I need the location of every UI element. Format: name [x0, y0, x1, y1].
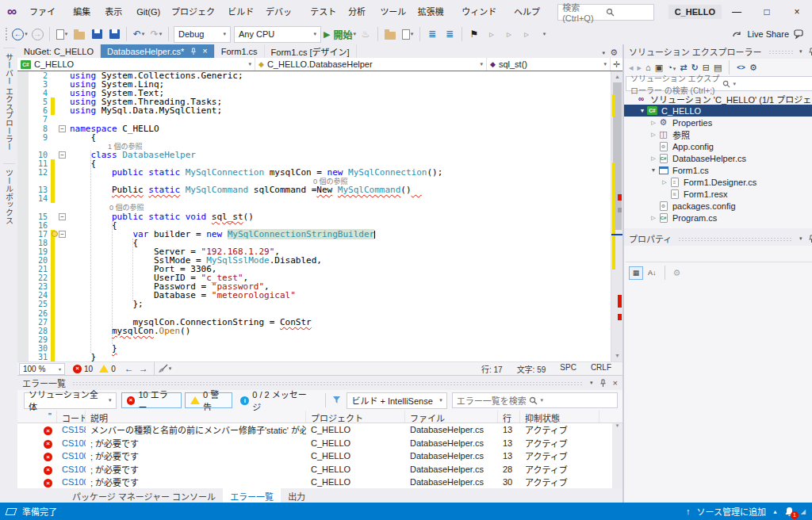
fold-margin[interactable]	[55, 142, 70, 151]
solution-tree-item[interactable]: ▷◫参照	[624, 128, 812, 140]
indicator-margin[interactable]	[17, 309, 29, 318]
solution-tree-item[interactable]: ≋Form1.resx	[624, 188, 812, 200]
indicator-margin[interactable]	[17, 239, 29, 247]
fold-margin[interactable]	[55, 265, 70, 273]
fold-margin[interactable]	[55, 291, 70, 300]
prev-issue-arrow-icon[interactable]: ←	[124, 363, 134, 374]
column-header[interactable]: 抑制状態	[520, 411, 599, 422]
indicator-margin[interactable]	[17, 256, 29, 265]
menu-item[interactable]: テスト(S)	[304, 3, 343, 21]
error-list-scrollbar[interactable]: ▼	[612, 423, 622, 488]
code-line[interactable]: 10− class DatabaseHelper	[17, 151, 611, 159]
editor-tab[interactable]: Form1.cs	[215, 44, 265, 58]
solution-tree-item[interactable]: ∞ソリューション 'C_HELLO' (1/1 プロジェクト)	[624, 93, 812, 105]
code-line[interactable]: 30 }	[17, 344, 611, 353]
code-line[interactable]: 28 mysqlCon.Open()	[17, 327, 611, 335]
indicator-margin[interactable]	[17, 291, 29, 300]
save-button[interactable]	[89, 26, 105, 42]
error-list-search-box[interactable]: エラー一覧を検索 ▾	[452, 392, 618, 408]
toolbar-grip[interactable]	[6, 28, 9, 40]
menu-item[interactable]: ヘルプ(H)	[508, 3, 546, 21]
member-dropdown[interactable]: ◆ sql_st()▾	[487, 58, 611, 71]
editor-vertical-scrollbar[interactable]: ▲ ▼	[611, 71, 622, 361]
indicator-margin[interactable]	[17, 353, 29, 361]
solution-tree-item[interactable]: ▼Form1.cs	[624, 164, 812, 176]
warnings-filter-button[interactable]: 0 警告	[185, 392, 233, 408]
indicator-margin[interactable]	[17, 151, 29, 159]
fold-margin[interactable]	[55, 353, 70, 361]
categorized-view-icon[interactable]: ▦	[629, 266, 643, 280]
editor-tab[interactable]: Form1.cs [デザイン]	[265, 44, 357, 58]
pin-icon[interactable]	[808, 235, 812, 243]
status-spc[interactable]: SPC	[560, 363, 576, 375]
editor-tab[interactable]: NuGet: C_HELLO	[17, 44, 101, 58]
indicator-margin[interactable]	[17, 142, 29, 151]
menu-item[interactable]: ビルド(B)	[222, 3, 260, 21]
maximize-button[interactable]: □	[752, 0, 782, 24]
menu-item[interactable]: ファイル(F)	[24, 3, 67, 21]
indicator-margin[interactable]	[17, 230, 29, 239]
properties-object-dropdown[interactable]: ▾	[626, 247, 812, 262]
menu-item[interactable]: プロジェクト(P)	[166, 3, 222, 21]
add-to-source-control-button[interactable]: ソース管理に追加	[696, 505, 765, 518]
menu-item[interactable]: ウィンドウ(W)	[456, 3, 508, 21]
indicator-margin[interactable]	[17, 71, 29, 80]
warning-count-icon[interactable]	[99, 365, 109, 373]
fold-margin[interactable]	[55, 168, 70, 177]
error-source-dropdown[interactable]: ビルド + IntelliSense▾	[347, 392, 446, 409]
tab-list-dropdown-icon[interactable]: ▾	[603, 50, 606, 56]
navigate-forward-button[interactable]: →	[29, 26, 45, 42]
home-icon[interactable]: ⌂	[645, 63, 651, 72]
fold-margin[interactable]	[55, 335, 70, 344]
indicator-margin[interactable]	[17, 212, 29, 221]
lightbulb-icon[interactable]	[52, 231, 58, 237]
scroll-up-arrow-icon[interactable]: ▲	[611, 71, 622, 82]
menu-item[interactable]: 表示(V)	[99, 3, 131, 21]
solution-explorer-search-box[interactable]: ソリューション エクスプローラー の検索 (Ctrl+;) ▾	[626, 76, 812, 91]
fold-margin[interactable]	[55, 177, 70, 185]
indicator-margin[interactable]	[17, 282, 29, 291]
fold-margin[interactable]	[55, 194, 70, 203]
side-tool-tab[interactable]: ツールボックス	[3, 163, 15, 229]
error-code[interactable]: CS1002	[57, 464, 86, 475]
collapsed-arrow-icon[interactable]: ▷	[649, 120, 657, 126]
source-control-dropdown-icon[interactable]: ▲	[772, 509, 778, 514]
window-position-dropdown-icon[interactable]: ▾	[799, 235, 802, 242]
solution-platform-dropdown[interactable]: Any CPU▾	[234, 26, 321, 43]
code-line[interactable]: 12 public static MySqlConnection mysqlCo…	[17, 168, 611, 177]
bookmark-icon[interactable]: ⚑	[466, 26, 482, 42]
solution-configuration-dropdown[interactable]: Debug▾	[174, 26, 231, 43]
tab-close-icon[interactable]: ×	[202, 47, 207, 55]
fold-margin[interactable]	[55, 80, 70, 89]
live-share-label[interactable]: Live Share	[747, 29, 789, 39]
filter-funnel-icon[interactable]	[332, 396, 342, 405]
indicator-margin[interactable]	[17, 168, 29, 177]
error-code[interactable]: CS1585	[57, 424, 86, 435]
browser-preview-button[interactable]: ▾	[400, 26, 416, 42]
quick-search-box[interactable]: 検索 (Ctrl+Q)	[557, 4, 654, 21]
menu-item[interactable]: デバッグ(D)	[260, 3, 304, 21]
indicator-margin[interactable]	[17, 185, 29, 194]
indicator-margin[interactable]	[17, 318, 29, 327]
column-header[interactable]: ファイル	[405, 411, 498, 422]
fold-margin[interactable]: −	[55, 151, 70, 159]
indicator-margin[interactable]	[17, 177, 29, 185]
type-dropdown[interactable]: ◆ C_HELLO.DatabaseHelper▾	[255, 58, 487, 71]
collapsed-arrow-icon[interactable]: ▷	[649, 132, 657, 138]
fold-margin[interactable]: −	[55, 124, 70, 133]
project-dropdown[interactable]: C# C_HELLO▾	[17, 58, 255, 71]
solution-tree-item[interactable]: ▼C#C_HELLO	[624, 105, 812, 117]
decrease-indent-icon[interactable]: ≣	[424, 26, 440, 42]
code-line[interactable]: 9 {	[17, 133, 611, 142]
minimize-button[interactable]: —	[722, 0, 752, 24]
collapsed-arrow-icon[interactable]: ▷	[661, 179, 668, 185]
fold-margin[interactable]	[55, 159, 70, 168]
clear-bookmarks-icon[interactable]: ▹	[519, 26, 534, 42]
error-scope-dropdown[interactable]: ソリューション全体▾	[24, 392, 117, 409]
solution-tree-item[interactable]: ▷≡Form1.Designer.cs	[624, 176, 812, 188]
error-code[interactable]: CS1002	[57, 476, 86, 488]
toolbar-overflow-button[interactable]: ▾	[536, 26, 552, 42]
error-row[interactable]: ×CS1585メンバーの種類と名前の前にメンバー修飾子'static' が必要で…	[17, 423, 622, 437]
fold-margin[interactable]	[55, 344, 70, 353]
indicator-margin[interactable]	[17, 221, 29, 230]
